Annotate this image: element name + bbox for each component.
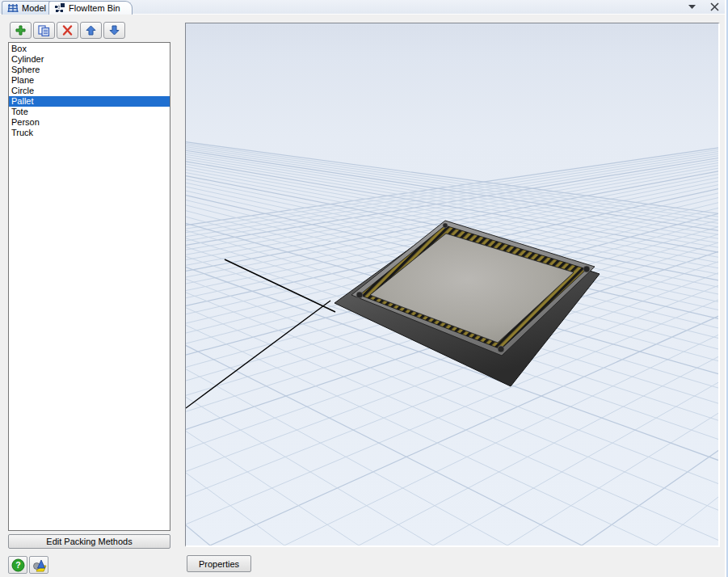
list-item-sphere[interactable]: Sphere bbox=[9, 65, 170, 75]
list-item-tote[interactable]: Tote bbox=[9, 107, 170, 117]
list-item-pallet[interactable]: Pallet bbox=[9, 96, 170, 107]
add-flowitem-button[interactable] bbox=[10, 22, 32, 39]
arrow-up-icon bbox=[86, 25, 96, 36]
3d-objects-icon bbox=[32, 558, 47, 572]
flowitem-hierarchy-icon bbox=[54, 3, 65, 13]
list-item-person[interactable]: Person bbox=[9, 117, 170, 128]
list-item-box[interactable]: Box bbox=[9, 44, 170, 54]
red-x-icon bbox=[62, 25, 73, 36]
list-item-plane[interactable]: Plane bbox=[9, 75, 170, 86]
move-up-button[interactable] bbox=[80, 22, 102, 39]
copy-icon bbox=[38, 25, 50, 36]
3d-scene bbox=[186, 23, 719, 545]
arrow-down-icon bbox=[109, 25, 120, 36]
close-icon[interactable] bbox=[709, 2, 720, 12]
y-axis-line bbox=[186, 301, 330, 408]
dropdown-caret-icon[interactable] bbox=[686, 2, 697, 12]
model-grid-icon bbox=[7, 3, 19, 13]
3d-objects-button[interactable] bbox=[29, 556, 48, 574]
flowitem-toolbar bbox=[10, 22, 125, 39]
help-icon: ? bbox=[11, 558, 25, 572]
help-button[interactable]: ? bbox=[8, 556, 27, 574]
properties-button[interactable]: Properties bbox=[187, 555, 251, 572]
tab-flowitem-bin-label: FlowItem Bin bbox=[69, 3, 120, 13]
delete-flowitem-button[interactable] bbox=[57, 22, 78, 39]
svg-text:?: ? bbox=[15, 560, 20, 570]
edit-packing-methods-button[interactable]: Edit Packing Methods bbox=[8, 534, 170, 549]
window-edge bbox=[725, 0, 728, 577]
window-controls bbox=[686, 2, 720, 12]
list-item-circle[interactable]: Circle bbox=[9, 86, 170, 96]
plus-icon bbox=[15, 25, 26, 36]
move-down-button[interactable] bbox=[103, 22, 125, 39]
tab-bar: Model FlowItem Bin bbox=[0, 0, 728, 15]
3d-viewport[interactable] bbox=[185, 23, 720, 547]
list-item-cylinder[interactable]: Cylinder bbox=[9, 54, 170, 65]
bottom-icon-row: ? bbox=[8, 556, 48, 574]
flowitem-list[interactable]: Box Cylinder Sphere Plane Circle Pallet … bbox=[8, 42, 170, 531]
tab-model-label: Model bbox=[22, 3, 46, 13]
duplicate-flowitem-button[interactable] bbox=[33, 22, 55, 39]
tab-flowitem-bin[interactable]: FlowItem Bin bbox=[48, 1, 133, 15]
list-item-truck[interactable]: Truck bbox=[9, 128, 170, 138]
